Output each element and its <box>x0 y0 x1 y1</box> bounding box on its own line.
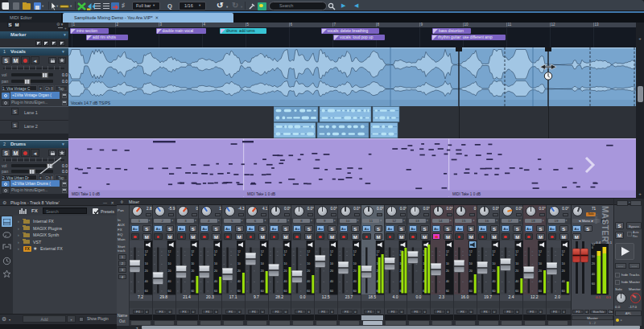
svg-text:MIDI Take 1 0 dB: MIDI Take 1 0 dB <box>452 192 481 196</box>
svg-text:MIDI Take 1 0 dB: MIDI Take 1 0 dB <box>247 192 275 196</box>
svg-text:Vocals 14.7 dB TS/PS: Vocals 14.7 dB TS/PS <box>71 101 111 105</box>
svg-text:MIDI Take 1 0 dB: MIDI Take 1 0 dB <box>72 192 100 196</box>
